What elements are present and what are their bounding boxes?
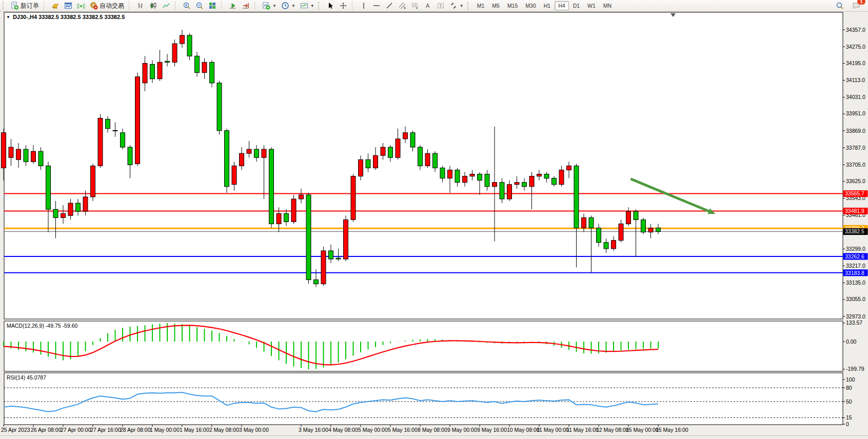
periods-dropdown[interactable]: ▼ (279, 0, 298, 11)
horizontal-line-icon (372, 2, 381, 10)
candle (106, 119, 110, 128)
autotrading-label: 自动交易 (100, 2, 124, 10)
arrows-dropdown[interactable]: ▼ (447, 0, 466, 11)
rsi-axis-label: 50 (846, 398, 852, 405)
candle (121, 133, 125, 147)
rsi-axis-label: 15 (846, 414, 852, 421)
auto-scroll-button[interactable] (227, 0, 239, 11)
horizontal-line-button[interactable] (370, 0, 383, 11)
text-label-button[interactable]: T (435, 0, 447, 11)
candle (366, 159, 370, 168)
tile-windows-button[interactable] (206, 0, 219, 11)
candle (217, 83, 222, 131)
search-button[interactable] (834, 0, 846, 11)
candle (507, 185, 512, 199)
candle (165, 61, 170, 62)
time-tick-label: 10 May 08:00 (507, 427, 540, 433)
candle (492, 183, 497, 187)
crosshair-icon (339, 2, 347, 10)
candle (247, 149, 251, 153)
candle (180, 35, 185, 44)
price-tick-label: 33299.0 (846, 246, 865, 252)
toolbar-separator (44, 2, 47, 10)
zoom-in-button[interactable] (181, 0, 193, 11)
candle (440, 168, 445, 178)
text-button[interactable]: A (422, 0, 434, 11)
candle (478, 174, 482, 181)
fibonacci-button[interactable]: F (409, 0, 421, 11)
tile-windows-icon (208, 2, 216, 10)
candle (574, 166, 579, 228)
autotrading-button[interactable]: 自动交易 (88, 0, 126, 11)
toolbar-grip (318, 2, 322, 10)
candle (91, 166, 95, 197)
price-tick-label: 34031.0 (846, 94, 865, 100)
new-order-button[interactable]: 新订单 (9, 0, 41, 11)
price-tick-label: 33217.0 (846, 263, 865, 269)
candle (38, 151, 43, 166)
line-chart-button[interactable] (160, 0, 172, 11)
candle (597, 228, 601, 243)
timeframe-m15[interactable]: M15 (504, 1, 521, 10)
chart-window-button[interactable] (62, 0, 74, 11)
templates-dropdown[interactable]: ▼ (298, 0, 317, 11)
candle (61, 213, 66, 217)
candle (31, 151, 36, 162)
chart-shift-button[interactable] (240, 0, 252, 11)
candle (277, 213, 281, 224)
signals-button[interactable] (75, 0, 87, 11)
candle (388, 147, 393, 157)
trendline-button[interactable] (383, 0, 396, 11)
time-tick-label: 25 Apr 2023 (1, 427, 30, 433)
candle (559, 170, 564, 184)
macd-axis-label: 0.00 (846, 338, 857, 345)
vertical-line-button[interactable] (358, 0, 370, 11)
timeframe-w1[interactable]: W1 (584, 1, 599, 10)
indicators-dropdown[interactable]: ▼ (260, 0, 279, 11)
candle (626, 211, 631, 224)
equidistant-channel-button[interactable]: E (396, 0, 408, 11)
open-account-button[interactable] (49, 0, 62, 11)
one-click-collapse-icon[interactable]: ▼ (6, 15, 10, 19)
cursor-button[interactable] (324, 0, 337, 11)
price-tick-label: 33951.0 (846, 110, 865, 116)
notifications-button[interactable]: 1 (850, 0, 863, 11)
crosshair-button[interactable] (337, 0, 349, 11)
candle (544, 174, 549, 178)
candle (98, 118, 103, 166)
zoom-out-icon (195, 2, 204, 10)
time-tick-label: 9 May 00:00 (447, 427, 477, 433)
candle (611, 241, 616, 249)
time-tick-label: 2 May 08:00 (209, 427, 239, 433)
zoom-out-button[interactable] (193, 0, 206, 11)
timeframe-m1[interactable]: M1 (474, 1, 488, 10)
cursor-icon (326, 2, 334, 10)
toolbar-separator (221, 2, 225, 10)
timeframe-m30[interactable]: M30 (522, 1, 539, 10)
candle (232, 166, 236, 184)
bar-chart-button[interactable] (134, 0, 147, 11)
chart-canvas[interactable]: 34357.034275.034195.034113.034031.033951… (0, 0, 868, 439)
macd-indicator-label: MACD(12,26,9) -49.75 -59.60 (7, 323, 77, 329)
time-tick-label: 28 Apr 08:00 (120, 427, 151, 433)
price-tick-label: 32973.0 (846, 313, 865, 320)
timeframe-d1[interactable]: D1 (569, 1, 583, 10)
rsi-axis-label: 80 (846, 385, 852, 391)
candle (485, 174, 489, 187)
rsi-indicator-label: RSI(14) 45.0787 (7, 374, 46, 381)
candle (381, 147, 385, 155)
chart-window[interactable]: 34357.034275.034195.034113.034031.033951… (0, 0, 868, 439)
timeframe-m5[interactable]: M5 (488, 1, 503, 10)
time-tick-label: 8 May 08:00 (418, 427, 447, 433)
candle (225, 131, 229, 187)
timeframe-h1[interactable]: H1 (540, 1, 554, 10)
timeframe-h4[interactable]: H4 (555, 1, 568, 10)
new-order-label: 新订单 (21, 2, 39, 10)
time-tick-label: 26 Apr 08:00 (31, 427, 62, 433)
timeframe-mn[interactable]: MN (600, 1, 615, 10)
candle (68, 203, 73, 215)
candlestick-button[interactable] (147, 0, 160, 11)
toolbar-separator (254, 2, 258, 10)
chart-symbol-title: ▼ DJ30-,H4 33382.5 33382.5 33382.5 33382… (6, 14, 125, 20)
candle (269, 149, 274, 224)
